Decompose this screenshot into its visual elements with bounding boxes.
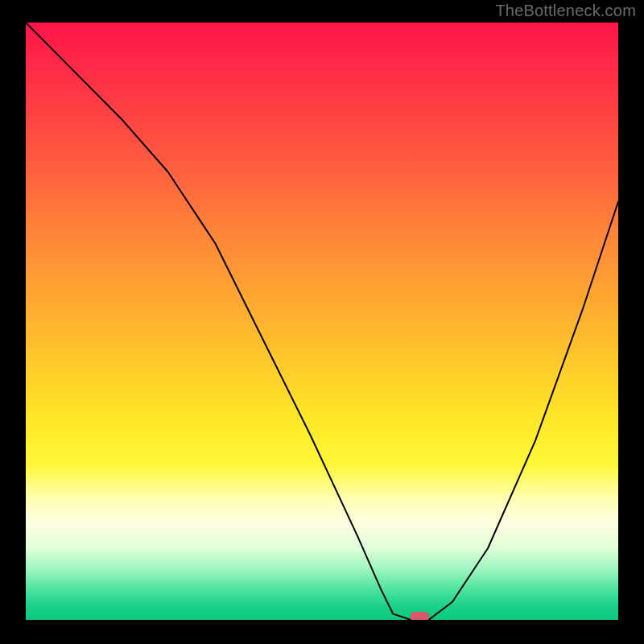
watermark-text: TheBottleneck.com [495,2,636,20]
plot-area [26,23,618,620]
bottleneck-curve [26,23,618,620]
line-series-path [26,23,618,620]
optimal-point-marker [410,612,429,620]
chart-frame: TheBottleneck.com [0,0,644,644]
